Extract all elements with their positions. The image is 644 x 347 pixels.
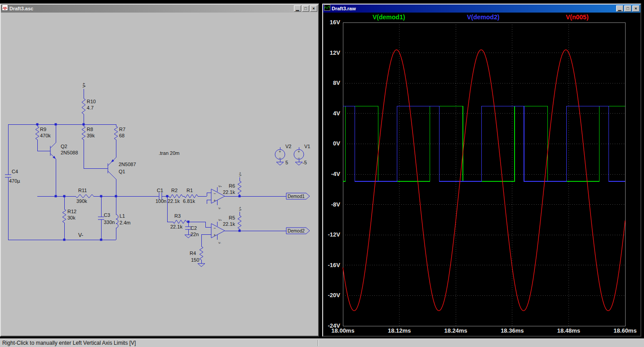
schematic-text: 39k: [87, 133, 95, 138]
schematic-labels: V+R104.7R9470kR839kR768Q22N50882N5087Q1C…: [9, 83, 310, 263]
schematic-text: Demod1: [288, 194, 305, 199]
schematic-text: V2: [285, 144, 291, 149]
y-axis-tick-label: 16V: [330, 19, 340, 26]
resistor-R4[interactable]: [200, 246, 203, 260]
schematic-text: R5: [229, 215, 235, 220]
schematic-text: +: [213, 233, 216, 237]
schematic-text: +: [279, 149, 281, 154]
schematic-text: Q1: [119, 169, 125, 174]
legend-V(demod1)[interactable]: V(demod1): [373, 13, 405, 21]
schematic-text: C1: [157, 188, 163, 193]
schematic-window-icon: [2, 4, 8, 13]
legend-V(n005)[interactable]: V(n005): [566, 13, 589, 21]
schematic-text: R10: [87, 99, 96, 104]
schematic-text: V+: [218, 219, 222, 221]
transistor-Q1[interactable]: [108, 158, 116, 179]
capacitor-C3[interactable]: [98, 217, 104, 220]
resistor-R7[interactable]: [114, 126, 118, 140]
schematic-text: R2: [171, 188, 178, 193]
schematic-text: C4: [12, 169, 18, 174]
schematic-text: 390k: [76, 198, 87, 204]
waveform-plot[interactable]: 16V12V8V4V0V-4V-8V-12V-16V-20V-24V18.00m…: [323, 13, 640, 336]
resistor-R10[interactable]: [82, 98, 85, 114]
x-axis-tick-label: 18.24ms: [444, 327, 467, 334]
schematic-maximize-button[interactable]: □: [302, 5, 309, 12]
schematic-text: 6.81k: [183, 198, 195, 204]
x-axis-tick-label: 18.60ms: [613, 327, 636, 334]
schematic-text: V+: [238, 206, 242, 211]
schematic-text: Demod2: [288, 228, 305, 233]
x-axis-tick-label: 18.48ms: [557, 327, 580, 334]
schematic-text: 22.1k: [170, 224, 182, 229]
schematic-text: R7: [119, 127, 125, 132]
schematic-text: 2N5088: [61, 150, 78, 155]
x-axis-tick-label: 18.36ms: [501, 327, 524, 334]
y-axis-tick-label: -12V: [328, 231, 341, 238]
schematic-text: 4.7: [87, 105, 93, 110]
capacitor-C4[interactable]: [5, 175, 11, 177]
resistor-R9[interactable]: [36, 126, 39, 140]
wire-junctions: [36, 123, 241, 241]
schematic-text: 22.1k: [223, 189, 235, 195]
schematic-text: V1: [304, 144, 310, 149]
schematic-text: V-: [218, 207, 221, 210]
y-axis-tick-label: -8V: [331, 201, 341, 208]
y-axis-tick-label: 8V: [333, 79, 340, 86]
schematic-text: R12: [67, 209, 76, 214]
schematic-text: 330n: [104, 220, 115, 225]
resistor-R6[interactable]: [238, 181, 241, 194]
schematic-text: −: [298, 156, 300, 160]
schematic-text: R1: [187, 188, 193, 193]
schematic-minimize-button[interactable]: ▁: [294, 5, 301, 12]
schematic-text: 100n: [155, 198, 166, 204]
waveform-window: Draft3.raw ▁ □ × 16V12V8V4V0V-4V-8V-12V-…: [322, 4, 641, 337]
schematic-wires[interactable]: [8, 89, 299, 264]
transistor-Q2[interactable]: [50, 143, 56, 159]
status-bar: Right-Click to manually enter Left Verti…: [0, 338, 644, 347]
schematic-text: 22n: [191, 232, 199, 237]
schematic-text: 150: [191, 257, 199, 263]
waveform-minimize-button[interactable]: ▁: [616, 5, 623, 12]
resistor-R1[interactable]: [184, 194, 198, 198]
y-axis-tick-label: 4V: [333, 110, 340, 117]
y-axis-tick-label: 12V: [330, 49, 340, 56]
schematic-canvas[interactable]: V+R104.7R9470kR839kR768Q22N50882N5087Q1C…: [1, 13, 318, 336]
schematic-text: 5: [285, 160, 288, 165]
schematic-text: V+: [218, 185, 222, 188]
waveform-titlebar[interactable]: Draft3.raw ▁ □ ×: [323, 4, 640, 13]
schematic-text: R4: [190, 250, 196, 256]
inductor-L1[interactable]: [116, 215, 118, 228]
resistor-R5[interactable]: [238, 215, 241, 229]
schematic-text: V+: [238, 172, 242, 176]
ground-symbol[interactable]: [276, 162, 284, 165]
schematic-drawing[interactable]: V+R104.7R9470kR839kR768Q22N50882N5087Q1C…: [1, 13, 318, 336]
status-text: Right-Click to manually enter Left Verti…: [2, 340, 136, 346]
resistor-R12[interactable]: [62, 209, 66, 223]
schematic-text: V+: [82, 83, 86, 88]
waveform-maximize-button[interactable]: □: [624, 5, 631, 12]
waveform-close-button[interactable]: ×: [632, 5, 640, 12]
schematic-titlebar[interactable]: Draft3.asc ▁ □ ×: [1, 4, 318, 13]
schematic-text: −: [279, 156, 281, 160]
resistor-R3[interactable]: [173, 220, 187, 224]
schematic-text: 470k: [40, 133, 51, 138]
ground-symbol[interactable]: [198, 264, 205, 267]
y-axis-tick-label: -4V: [331, 171, 341, 177]
waveform-canvas[interactable]: 16V12V8V4V0V-4V-8V-12V-16V-20V-24V18.00m…: [323, 13, 640, 336]
schematic-text: .tran 20m: [159, 150, 179, 156]
ground-symbol[interactable]: [295, 162, 302, 165]
schematic-text: C2: [191, 225, 197, 231]
status-divider: [318, 340, 319, 346]
schematic-text: 22.1k: [223, 221, 235, 227]
resistor-R2[interactable]: [169, 194, 182, 198]
resistor-R11[interactable]: [76, 194, 93, 198]
schematic-close-button[interactable]: ×: [310, 5, 317, 12]
y-axis-tick-label: -16V: [328, 262, 341, 268]
schematic-text: R8: [87, 127, 93, 132]
resistor-R8[interactable]: [82, 126, 85, 140]
waveform-window-title: Draft3.raw: [332, 6, 356, 11]
schematic-text: +: [298, 149, 300, 154]
schematic-text: 470µ: [9, 178, 20, 184]
legend-V(demod2)[interactable]: V(demod2): [467, 13, 499, 21]
schematic-text: −: [213, 226, 216, 230]
